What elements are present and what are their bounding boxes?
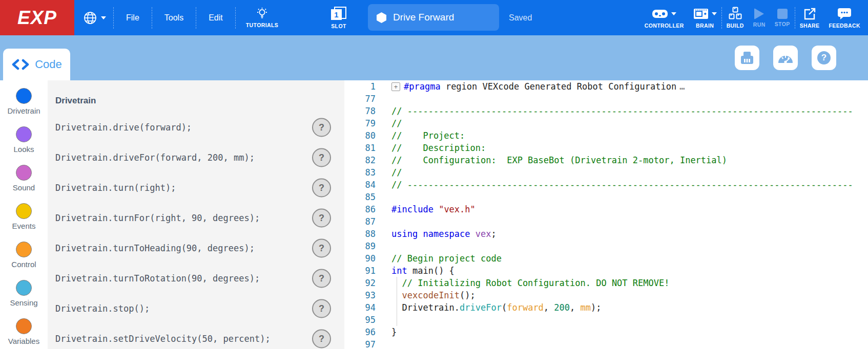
line-content[interactable]: #include "vex.h"	[391, 203, 476, 215]
sidebar-item-looks[interactable]: Looks	[0, 126, 48, 159]
line-number: 86	[344, 203, 376, 215]
line-content[interactable]: //	[391, 117, 402, 129]
line-content[interactable]: // -------------------------------------…	[391, 179, 853, 191]
dashboard-button[interactable]	[773, 46, 798, 70]
line-number: 81	[344, 142, 376, 154]
code-line: 1 +#pragma region VEXcode Generated Robo…	[344, 80, 868, 93]
command-text[interactable]: Drivetrain.turnToRotation(90, degrees);	[55, 273, 260, 283]
print-console-button[interactable]	[735, 46, 759, 70]
code-line: 77	[344, 93, 868, 105]
code-editor[interactable]: 1 +#pragma region VEXcode Generated Robo…	[344, 80, 868, 349]
menu-bar: File Tools Edit TUTORIALS	[81, 0, 288, 35]
feedback-button[interactable]: FEEDBACK	[824, 0, 865, 35]
command-text[interactable]: Drivetrain.turnToHeading(90, degrees);	[55, 243, 255, 253]
build-button[interactable]: BUILD	[722, 0, 749, 35]
brain-button[interactable]: BRAIN	[689, 0, 721, 35]
sidebar-item-control[interactable]: Control	[0, 242, 48, 274]
tab-code[interactable]: Code	[3, 49, 70, 80]
line-content[interactable]: // Description:	[391, 142, 486, 154]
run-button[interactable]: RUN	[749, 0, 770, 35]
line-content[interactable]: +#pragma region VEXcode Generated Robot …	[391, 80, 685, 93]
line-content[interactable]: Drivetrain.driveFor(forward, 200, mm);	[391, 301, 602, 314]
question-mark-icon: ?	[817, 51, 831, 64]
command-text[interactable]: Drivetrain.driveFor(forward, 200, mm);	[55, 152, 255, 163]
menu-tools[interactable]: Tools	[152, 13, 196, 23]
category-circle-icon	[16, 318, 32, 334]
line-number: 97	[344, 338, 376, 349]
command-text[interactable]: Drivetrain.drive(forward);	[55, 122, 192, 133]
line-content[interactable]: //	[391, 166, 402, 179]
line-content[interactable]: // Configuration: EXP BaseBot (Drivetrai…	[391, 154, 727, 166]
feedback-label: FEEDBACK	[829, 23, 860, 29]
command-help-button[interactable]: ?	[312, 148, 331, 167]
command-help-button[interactable]: ?	[312, 329, 331, 348]
gauge-icon	[777, 51, 794, 65]
controller-icon	[652, 8, 668, 19]
top-toolbar: EXP File Tools Edit TUTORIALS	[0, 0, 868, 35]
command-row: Drivetrain.drive(forward); ?	[55, 112, 344, 142]
command-row: Drivetrain.turnToHeading(90, degrees); ?	[55, 233, 344, 263]
stop-button[interactable]: STOP	[770, 0, 795, 35]
line-content[interactable]: // Initializing Robot Configuration. DO …	[391, 277, 669, 289]
code-line: 85	[344, 191, 868, 203]
line-number: 77	[344, 93, 376, 105]
build-label: BUILD	[727, 23, 744, 29]
help-button[interactable]: ?	[812, 46, 836, 70]
menu-edit[interactable]: Edit	[196, 13, 235, 23]
category-label: Control	[11, 260, 36, 269]
command-help-button[interactable]: ?	[312, 208, 331, 227]
code-line: 83 //	[344, 166, 868, 179]
sidebar-item-drivetrain[interactable]: Drivetrain	[0, 88, 48, 121]
line-content[interactable]: }	[391, 326, 397, 338]
code-line: 91 int main() {	[344, 265, 868, 277]
language-menu[interactable]	[81, 11, 113, 25]
command-help-button[interactable]: ?	[312, 299, 331, 318]
line-content[interactable]: int main() {	[391, 265, 454, 277]
sidebar-item-sound[interactable]: Sound	[0, 165, 48, 198]
command-section-header: Drivetrain	[55, 90, 344, 112]
sidebar-item-variables[interactable]: Variables	[0, 318, 48, 349]
line-content[interactable]: vexcodeInit();	[391, 289, 476, 301]
code-line: 88 using namespace vex;	[344, 228, 868, 240]
controller-button[interactable]: CONTROLLER	[640, 0, 689, 35]
line-number: 79	[344, 117, 376, 129]
line-content[interactable]: using namespace vex;	[391, 228, 497, 240]
line-number: 80	[344, 129, 376, 142]
share-button[interactable]: SHARE	[795, 0, 824, 35]
command-text[interactable]: Drivetrain.turn(right);	[55, 183, 176, 193]
code-line: 92 // Initializing Robot Configuration. …	[344, 277, 868, 289]
code-line: 94 Drivetrain.driveFor(forward, 200, mm)…	[344, 301, 868, 314]
menu-file[interactable]: File	[114, 13, 152, 23]
globe-icon	[83, 11, 97, 25]
sidebar-item-sensing[interactable]: Sensing	[0, 280, 48, 313]
line-number: 83	[344, 166, 376, 179]
tutorials-button[interactable]: TUTORIALS	[236, 0, 289, 35]
command-text[interactable]: Drivetrain.setDriveVelocity(50, percent)…	[55, 334, 271, 344]
slot-button[interactable]: 1 SLOT	[331, 0, 346, 35]
line-number: 95	[344, 314, 376, 326]
line-content[interactable]: // Begin project code	[391, 252, 502, 265]
command-row: Drivetrain.turnFor(right, 90, degrees); …	[55, 203, 344, 233]
line-number: 85	[344, 191, 376, 203]
line-content[interactable]: // -------------------------------------…	[391, 105, 853, 117]
command-text[interactable]: Drivetrain.stop();	[55, 303, 150, 314]
collapsed-region-icon[interactable]: …	[679, 81, 685, 92]
code-line: 82 // Configuration: EXP BaseBot (Drivet…	[344, 154, 868, 166]
command-help-button[interactable]: ?	[312, 118, 331, 137]
category-label: Sound	[13, 183, 35, 192]
category-label: Looks	[13, 145, 34, 154]
fold-toggle-icon[interactable]: +	[391, 82, 400, 91]
line-number: 1	[344, 80, 376, 93]
line-content[interactable]: // Project:	[391, 129, 465, 142]
category-circle-icon	[16, 88, 32, 104]
line-number: 84	[344, 179, 376, 191]
command-help-button[interactable]: ?	[312, 178, 331, 197]
sidebar-item-events[interactable]: Events	[0, 203, 48, 236]
stop-icon	[777, 9, 788, 19]
command-text[interactable]: Drivetrain.turnFor(right, 90, degrees);	[55, 213, 260, 223]
command-help-button[interactable]: ?	[312, 238, 331, 257]
project-name-field[interactable]: Drive Forward	[368, 4, 499, 31]
slot-label: SLOT	[331, 23, 346, 29]
exp-logo[interactable]: EXP	[0, 0, 74, 35]
command-help-button[interactable]: ?	[312, 269, 331, 288]
